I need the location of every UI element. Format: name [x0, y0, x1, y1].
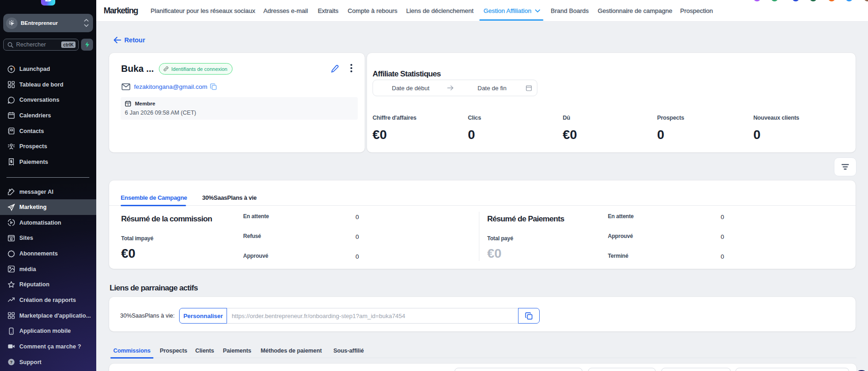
svg-text:?: ?: [10, 359, 13, 365]
svg-text:1: 1: [127, 103, 128, 106]
